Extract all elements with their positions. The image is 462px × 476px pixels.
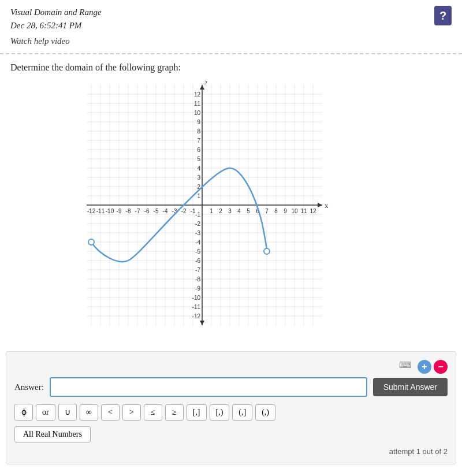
- closed-interval-button[interactable]: [,]: [187, 404, 207, 421]
- help-icon[interactable]: ?: [434, 6, 452, 25]
- add-answer-button[interactable]: +: [418, 360, 431, 374]
- submit-button[interactable]: Submit Answer: [373, 378, 448, 396]
- union-button[interactable]: ∪: [58, 404, 77, 421]
- less-than-button[interactable]: <: [101, 404, 120, 421]
- half-open-right-button[interactable]: [,): [210, 404, 230, 421]
- symbol-toolbar: ϕor∪∞<>≤≥[,][,)(,](,): [14, 404, 448, 421]
- answer-input[interactable]: [50, 377, 367, 397]
- half-open-left-button[interactable]: (,]: [232, 404, 252, 421]
- question-text: Determine the domain of the following gr…: [10, 62, 452, 73]
- answer-section: ⌨ + − Answer: Submit Answer ϕor∪∞<>≤≥[,]…: [6, 351, 456, 464]
- greater-than-button[interactable]: >: [122, 404, 141, 421]
- answer-label: Answer:: [14, 382, 44, 392]
- phi-button[interactable]: ϕ: [14, 404, 33, 421]
- top-bar: Visual Domain and Range Dec 28, 6:52:41 …: [0, 0, 462, 35]
- or-button[interactable]: or: [36, 404, 55, 421]
- question-area: Determine the domain of the following gr…: [0, 62, 462, 341]
- attempt-text: attempt 1 out of 2: [14, 447, 448, 456]
- remove-answer-button[interactable]: −: [434, 360, 448, 374]
- open-interval-button[interactable]: (,): [255, 404, 275, 421]
- less-equal-button[interactable]: ≤: [144, 404, 162, 421]
- watch-help-link[interactable]: Watch help video: [0, 35, 462, 51]
- greater-equal-button[interactable]: ≥: [165, 404, 184, 421]
- coordinate-graph: [87, 81, 375, 341]
- all-real-numbers-button[interactable]: All Real Numbers: [14, 426, 91, 442]
- plus-minus-row: ⌨ + −: [14, 360, 448, 374]
- assignment-title: Visual Domain and Range Dec 28, 6:52:41 …: [10, 6, 102, 32]
- graph-container: [10, 81, 452, 341]
- section-divider: [0, 53, 462, 54]
- answer-row: Answer: Submit Answer: [14, 377, 448, 397]
- infinity-button[interactable]: ∞: [80, 404, 98, 421]
- keyboard-icon[interactable]: ⌨: [399, 360, 412, 374]
